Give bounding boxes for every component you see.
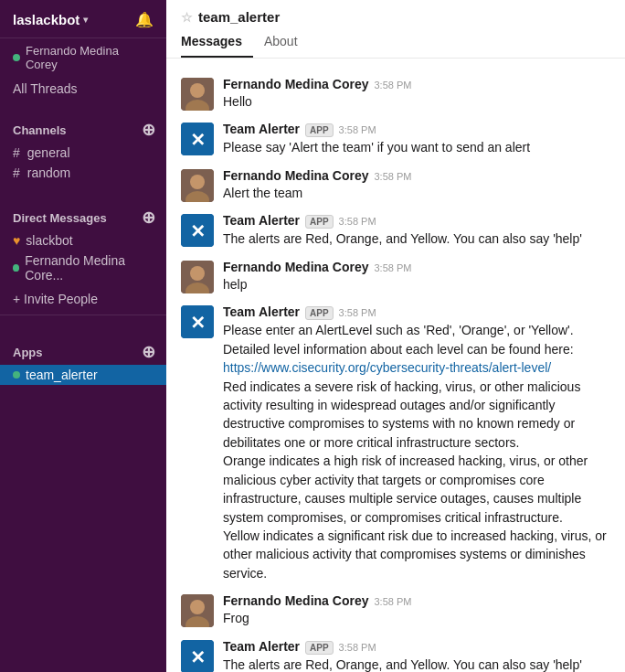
dm-header: Direct Messages ⊕ — [0, 201, 166, 230]
all-threads-label: All Threads — [13, 81, 78, 96]
message-header: Fernando Medina Corey 3:58 PM — [223, 168, 610, 183]
add-channel-icon[interactable]: ⊕ — [139, 121, 157, 139]
message-group: ✕ Team Alerter APP 3:58 PM The alerts ar… — [166, 209, 625, 251]
message-header: Fernando Medina Corey 3:58 PM — [223, 260, 610, 274]
sidebar-item-all-threads[interactable]: All Threads — [0, 79, 166, 99]
avatar: ✕ — [181, 214, 214, 247]
message-time: 3:58 PM — [339, 124, 376, 135]
channel-title-text: team_alerter — [198, 9, 280, 25]
channel-name-general: general — [27, 145, 70, 160]
bell-icon[interactable]: 🔔 — [135, 11, 154, 28]
message-content: Team Alerter APP 3:58 PM Please say 'Ale… — [223, 122, 610, 156]
message-header: Fernando Medina Corey 3:58 PM — [223, 77, 610, 91]
message-text: help — [223, 275, 610, 293]
add-dm-icon[interactable]: ⊕ — [139, 208, 157, 227]
message-text: The alerts are Red, Orange, and Yellow. … — [223, 229, 610, 248]
tab-about[interactable]: About — [253, 30, 309, 58]
apps-header: Apps ⊕ — [0, 336, 166, 365]
svg-point-16 — [190, 600, 205, 614]
workspace-name[interactable]: laslackbot ▾ — [13, 12, 88, 27]
message-text: Alert the team — [223, 184, 610, 202]
message-time: 3:58 PM — [339, 307, 376, 318]
sidebar-item-team-alerter[interactable]: team_alerter — [0, 365, 166, 385]
message-group: Fernando Medina Corey 3:58 PM Hello — [166, 73, 625, 114]
message-content: Fernando Medina Corey 3:58 PM help — [223, 260, 610, 293]
tab-messages[interactable]: Messages — [181, 30, 253, 58]
message-text: Please enter an AlertLevel such as 'Red'… — [223, 321, 610, 582]
app-active-dot — [13, 371, 20, 379]
avatar: ✕ — [181, 305, 214, 338]
star-icon[interactable]: ☆ — [181, 10, 193, 25]
dm-section: Direct Messages ⊕ ♥ slackbot Fernando Me… — [0, 187, 166, 289]
message-time: 3:58 PM — [374, 262, 411, 273]
message-time: 3:58 PM — [374, 171, 411, 182]
message-author: Fernando Medina Corey — [223, 77, 368, 91]
app-name-team-alerter: team_alerter — [26, 368, 98, 382]
message-author: Team Alerter — [223, 213, 300, 228]
app-badge: APP — [305, 215, 334, 229]
channel-title: ☆ team_alerter — [181, 9, 610, 25]
sidebar-item-fernando[interactable]: Fernando Medina Core... — [0, 251, 166, 285]
message-content: Team Alerter APP 3:58 PM Please enter an… — [223, 304, 610, 582]
sidebar-item-random[interactable]: # random — [0, 163, 166, 183]
channels-header: Channels ⊕ — [0, 113, 166, 143]
message-group: ✕ Team Alerter APP 3:58 PM The alerts ar… — [166, 635, 625, 672]
avatar — [181, 78, 214, 111]
message-header: Fernando Medina Corey 3:58 PM — [223, 593, 610, 608]
sidebar: laslackbot ▾ 🔔 Fernando Medina Corey All… — [0, 0, 166, 672]
message-group: ✕ Team Alerter APP 3:58 PM Please say 'A… — [166, 118, 625, 160]
message-header: Team Alerter APP 3:58 PM — [223, 122, 610, 137]
channels-section: Channels ⊕ # general # random — [0, 99, 166, 187]
message-text: Frog — [223, 609, 610, 627]
message-time: 3:58 PM — [339, 216, 376, 227]
message-content: Fernando Medina Corey 3:58 PM Frog — [223, 593, 610, 627]
avatar — [181, 169, 214, 202]
message-text: The alerts are Red, Orange, and Yellow. … — [223, 656, 610, 672]
channel-hash: # — [13, 145, 20, 160]
message-text: Hello — [223, 92, 610, 111]
avatar: ✕ — [181, 123, 214, 155]
message-content: Fernando Medina Corey 3:58 PM Hello — [223, 77, 610, 111]
header-tabs: Messages About — [181, 30, 610, 58]
heart-icon: ♥ — [13, 233, 20, 248]
current-user-name: Fernando Medina Corey — [26, 44, 154, 71]
sidebar-divider — [0, 315, 166, 315]
message-author: Team Alerter — [223, 122, 300, 136]
workspace-name-text: laslackbot — [13, 12, 79, 27]
online-dot — [13, 264, 19, 272]
online-status-dot — [13, 54, 20, 61]
alert-level-link[interactable]: https://www.cisecurity.org/cybersecurity… — [223, 360, 551, 375]
svg-point-11 — [190, 266, 205, 281]
svg-point-1 — [190, 83, 205, 98]
sidebar-item-slackbot[interactable]: ♥ slackbot — [0, 230, 166, 251]
message-group: Fernando Medina Corey 3:58 PM Alert the … — [166, 165, 625, 206]
message-group: Fernando Medina Corey 3:58 PM Frog — [166, 590, 625, 631]
message-header: Team Alerter APP 3:58 PM — [223, 639, 610, 655]
svg-text:✕: ✕ — [190, 647, 206, 667]
channels-label: Channels — [13, 123, 67, 137]
add-app-icon[interactable]: ⊕ — [139, 343, 157, 361]
avatar: ✕ — [181, 640, 214, 672]
message-group: Fernando Medina Corey 3:58 PM help — [166, 256, 625, 297]
invite-people-label: + Invite People — [13, 292, 98, 306]
svg-point-6 — [190, 175, 205, 189]
message-group: ✕ Team Alerter APP 3:58 PM Please enter … — [166, 301, 625, 586]
invite-people-item[interactable]: + Invite People — [0, 289, 166, 309]
avatar — [181, 261, 214, 293]
app-badge: APP — [305, 123, 334, 137]
message-author: Fernando Medina Corey — [223, 260, 368, 274]
dm-name-fernando: Fernando Medina Core... — [25, 253, 154, 283]
message-author: Team Alerter — [223, 304, 300, 319]
messages-container: Fernando Medina Corey 3:58 PM Hello ✕ Te… — [166, 59, 625, 672]
message-header: Team Alerter APP 3:58 PM — [223, 304, 610, 320]
message-text: Please say 'Alert the team' if you want … — [223, 138, 610, 156]
main-panel: ☆ team_alerter Messages About Fernando M… — [166, 0, 625, 672]
message-time: 3:58 PM — [374, 596, 411, 607]
message-author: Fernando Medina Corey — [223, 593, 368, 608]
workspace-header: laslackbot ▾ 🔔 — [0, 0, 166, 38]
apps-section: Apps ⊕ team_alerter — [0, 321, 166, 389]
message-author: Team Alerter — [223, 639, 300, 654]
channel-name-random: random — [27, 165, 70, 180]
message-author: Fernando Medina Corey — [223, 168, 368, 183]
sidebar-item-general[interactable]: # general — [0, 143, 166, 163]
